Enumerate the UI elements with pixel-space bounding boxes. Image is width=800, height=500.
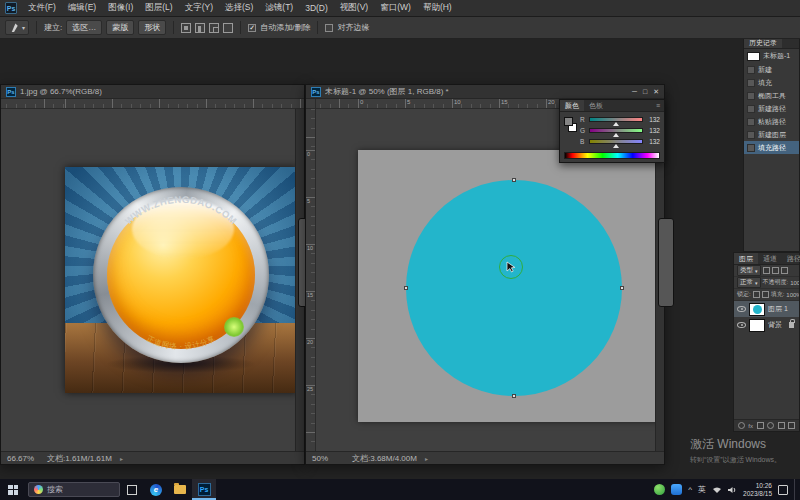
- history-step[interactable]: 新建: [744, 63, 799, 76]
- zoom-level-field[interactable]: 50%: [312, 454, 344, 463]
- taskbar-search-box[interactable]: 搜索: [28, 482, 120, 497]
- menu-file[interactable]: 文件(F): [22, 0, 62, 16]
- zoom-level-field[interactable]: 66.67%: [7, 454, 39, 463]
- task-view-button[interactable]: [120, 479, 144, 500]
- blend-mode-dropdown[interactable]: 正常 ▾: [737, 277, 761, 288]
- filter-type-dropdown[interactable]: 类型 ▾: [737, 265, 761, 276]
- menu-3d[interactable]: 3D(D): [299, 0, 334, 16]
- tab-swatches[interactable]: 色板: [584, 100, 608, 111]
- document-left-titlebar[interactable]: Ps 1.jpg @ 66.7%(RGB/8): [1, 85, 304, 99]
- tab-color[interactable]: 颜色: [560, 100, 584, 111]
- auto-add-delete-checkbox[interactable]: ✓: [248, 24, 256, 32]
- menu-edit[interactable]: 编辑(E): [62, 0, 102, 16]
- ruler-horizontal[interactable]: [1, 99, 304, 109]
- filter-shape-icon[interactable]: [781, 267, 788, 274]
- status-arrow-icon[interactable]: ▸: [120, 455, 123, 462]
- filter-pixel-icon[interactable]: [763, 267, 770, 274]
- link-layers-icon[interactable]: [738, 422, 745, 429]
- volume-icon[interactable]: [728, 486, 737, 494]
- photoshop-taskbar-button[interactable]: Ps: [192, 479, 216, 500]
- foreground-background-swatches[interactable]: [564, 115, 577, 145]
- path-anchor-point[interactable]: [404, 286, 408, 290]
- close-button[interactable]: ✕: [653, 88, 659, 96]
- green-slider[interactable]: [589, 128, 643, 133]
- delete-layer-icon[interactable]: [788, 422, 795, 429]
- tab-paths[interactable]: 路径: [782, 253, 800, 264]
- status-arrow-icon[interactable]: ▸: [425, 455, 428, 462]
- menu-layer[interactable]: 图层(L): [139, 0, 178, 16]
- blue-value[interactable]: 132: [646, 138, 660, 145]
- filter-adjustment-icon[interactable]: [772, 267, 779, 274]
- slider-thumb[interactable]: [613, 133, 619, 137]
- layer-thumbnail[interactable]: [749, 303, 765, 316]
- menu-image[interactable]: 图像(I): [102, 0, 139, 16]
- slider-thumb[interactable]: [613, 144, 619, 148]
- ruler-vertical[interactable]: 0 5 10 15 20 25: [306, 109, 316, 451]
- start-button[interactable]: [0, 479, 26, 500]
- cyan-circle-shape[interactable]: [406, 180, 622, 396]
- ime-indicator[interactable]: 英: [698, 484, 706, 495]
- make-shape-button[interactable]: 形状: [138, 20, 166, 35]
- fill-value[interactable]: 100%: [786, 292, 799, 298]
- show-desktop-button[interactable]: [794, 479, 797, 500]
- tray-blue-app-icon[interactable]: [671, 484, 682, 495]
- geometry-options-icon[interactable]: [223, 23, 233, 33]
- layer-style-fx-icon[interactable]: fx: [748, 423, 753, 429]
- scrollbar-thumb[interactable]: [658, 218, 674, 307]
- history-step[interactable]: 新建路径: [744, 102, 799, 115]
- new-layer-icon[interactable]: [778, 422, 785, 429]
- green-value[interactable]: 132: [646, 127, 660, 134]
- taskbar-clock[interactable]: 10:26 2023/8/15: [743, 482, 772, 498]
- file-explorer-button[interactable]: [168, 479, 192, 500]
- make-selection-button[interactable]: 选区…: [66, 20, 102, 35]
- color-spectrum-ramp[interactable]: [564, 152, 660, 159]
- panel-menu-icon[interactable]: ≡: [652, 102, 664, 109]
- tool-preset-picker[interactable]: ▾: [5, 20, 29, 35]
- menu-select[interactable]: 选择(S): [219, 0, 259, 16]
- tab-layers[interactable]: 图层: [734, 253, 758, 264]
- path-anchor-point[interactable]: [512, 178, 516, 182]
- adjustment-layer-icon[interactable]: [767, 422, 774, 429]
- wifi-icon[interactable]: [712, 486, 722, 494]
- action-center-icon[interactable]: [778, 485, 788, 495]
- document-right-titlebar[interactable]: Ps 未标题-1 @ 50% (图层 1, RGB/8) * ─ □ ✕: [306, 85, 664, 99]
- make-mask-button[interactable]: 蒙版: [106, 20, 134, 35]
- tray-green-app-icon[interactable]: [654, 484, 665, 495]
- visibility-eye-icon[interactable]: [737, 306, 746, 312]
- opacity-value[interactable]: 100%: [790, 280, 799, 286]
- canvas-document[interactable]: [358, 150, 661, 422]
- menu-view[interactable]: 视图(V): [334, 0, 374, 16]
- tray-expand-arrow[interactable]: ^: [688, 485, 692, 494]
- canvas-area-left[interactable]: WWW.ZHENGDAO.COM 正道网络 · 设计分享: [1, 109, 304, 451]
- menu-filter[interactable]: 滤镜(T): [259, 0, 299, 16]
- lock-transparency-icon[interactable]: [753, 291, 760, 298]
- slider-thumb[interactable]: [613, 122, 619, 126]
- maximize-button[interactable]: □: [643, 88, 647, 96]
- visibility-eye-icon[interactable]: [737, 322, 746, 328]
- path-anchor-point[interactable]: [512, 394, 516, 398]
- menu-help[interactable]: 帮助(H): [417, 0, 458, 16]
- red-value[interactable]: 132: [646, 116, 660, 123]
- lock-position-icon[interactable]: [762, 291, 769, 298]
- history-step-selected[interactable]: 填充路径: [744, 141, 799, 154]
- blue-slider[interactable]: [589, 139, 643, 144]
- foreground-color-swatch[interactable]: [564, 117, 573, 126]
- menu-window[interactable]: 窗口(W): [374, 0, 417, 16]
- layer-row-layer1[interactable]: 图层 1: [734, 301, 799, 317]
- path-alignment-icon[interactable]: [195, 23, 205, 33]
- path-arrangement-icon[interactable]: [209, 23, 219, 33]
- layer-name[interactable]: 图层 1: [768, 304, 788, 314]
- align-edges-checkbox[interactable]: [325, 24, 333, 32]
- history-step[interactable]: 粘贴路径: [744, 115, 799, 128]
- layer-thumbnail[interactable]: [749, 319, 765, 332]
- tab-channels[interactable]: 通道: [758, 253, 782, 264]
- red-slider[interactable]: [589, 117, 643, 122]
- history-step[interactable]: 椭圆工具: [744, 89, 799, 102]
- badge-image[interactable]: WWW.ZHENGDAO.COM 正道网络 · 设计分享: [65, 167, 298, 393]
- scrollbar-vertical[interactable]: [295, 109, 304, 451]
- history-step[interactable]: 填充: [744, 76, 799, 89]
- menu-type[interactable]: 文字(Y): [179, 0, 219, 16]
- layer-row-background[interactable]: 背景: [734, 317, 799, 333]
- history-step[interactable]: 新建图层: [744, 128, 799, 141]
- path-operations-icon[interactable]: [181, 23, 191, 33]
